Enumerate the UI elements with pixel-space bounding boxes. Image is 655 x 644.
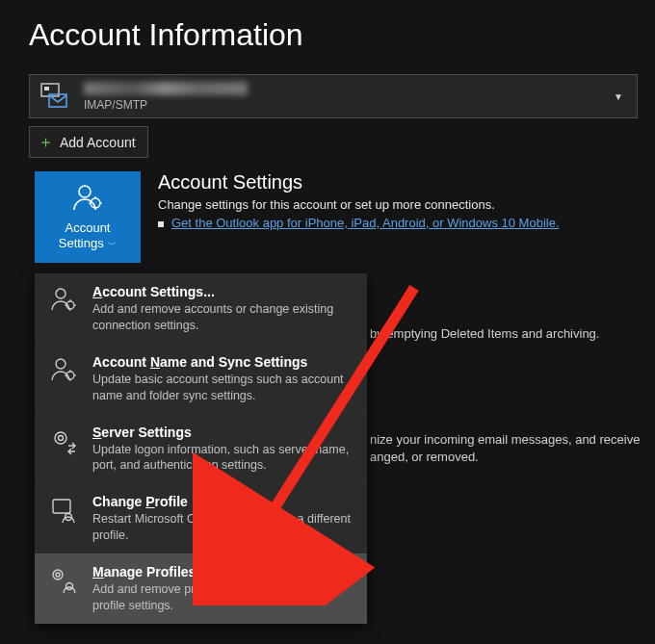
account-settings-tile[interactable]: Account Settings ﹀ <box>35 171 141 263</box>
account-selector[interactable]: IMAP/SMTP ▼ <box>29 74 638 118</box>
svg-point-9 <box>56 289 66 298</box>
menu-item-change-profile[interactable]: Change Profile Restart Microsoft Outlook… <box>35 483 367 554</box>
page-title: Account Information <box>0 0 655 74</box>
menu-item-title: Account Settings... <box>92 284 354 299</box>
add-account-button[interactable]: ＋ Add Account <box>29 126 148 158</box>
svg-point-26 <box>56 573 60 577</box>
svg-point-21 <box>55 432 66 444</box>
menu-item-description: Restart Microsoft Outlook and choose a d… <box>92 511 354 544</box>
person-gear-icon <box>46 356 81 404</box>
tile-label-line1: Account <box>66 220 111 235</box>
menu-item-server-settings[interactable]: Server Settings Update logon information… <box>35 414 367 484</box>
svg-point-3 <box>79 186 91 197</box>
menu-item-description: Add and remove profiles or change existi… <box>92 581 354 614</box>
bullet-icon <box>158 221 164 227</box>
menu-item-title: Change Profile <box>92 494 354 509</box>
chevron-down-icon: ▼ <box>608 91 629 102</box>
menu-item-manage-profiles[interactable]: Manage Profiles Add and remove profiles … <box>35 554 367 624</box>
menu-item-account-settings[interactable]: Account Settings... Add and remove accou… <box>35 273 367 344</box>
plus-icon: ＋ <box>38 131 54 153</box>
svg-point-15 <box>56 359 66 369</box>
account-settings-dropdown: Account Settings... Add and remove accou… <box>35 273 367 624</box>
person-gear-icon <box>71 183 104 215</box>
svg-point-22 <box>59 435 64 440</box>
menu-item-account-name-sync[interactable]: Account Name and Sync Settings Update ba… <box>35 344 367 414</box>
svg-rect-1 <box>44 87 49 90</box>
settings-heading: Account Settings <box>158 171 560 193</box>
svg-point-25 <box>53 570 63 580</box>
profile-swap-icon <box>46 496 81 544</box>
gear-arrows-icon <box>46 426 81 475</box>
outlook-app-link[interactable]: Get the Outlook app for iPhone, iPad, An… <box>171 216 560 230</box>
background-text-1: by emptying Deleted Items and archiving. <box>370 325 655 343</box>
menu-item-description: Update basic account settings such as ac… <box>92 372 354 404</box>
add-account-label: Add Account <box>60 135 136 150</box>
chevron-down-icon: ﹀ <box>106 240 118 249</box>
person-gear-icon <box>46 286 81 334</box>
settings-description: Change settings for this account or set … <box>158 197 560 212</box>
menu-item-description: Add and remove accounts or change existi… <box>92 301 354 334</box>
profile-gear-icon <box>46 566 81 614</box>
account-protocol: IMAP/SMTP <box>84 98 608 112</box>
mail-account-icon <box>38 80 74 113</box>
menu-item-title: Manage Profiles <box>92 564 354 580</box>
menu-item-description: Update logon information, such as server… <box>92 442 354 475</box>
svg-rect-23 <box>53 500 70 513</box>
background-text-2: nize your incoming email messages, and r… <box>370 431 655 466</box>
menu-item-title: Server Settings <box>92 425 354 440</box>
account-email-redacted <box>84 82 248 95</box>
menu-item-title: Account Name and Sync Settings <box>92 354 354 370</box>
svg-point-27 <box>66 583 73 590</box>
tile-label-line2: Settings <box>59 236 104 250</box>
